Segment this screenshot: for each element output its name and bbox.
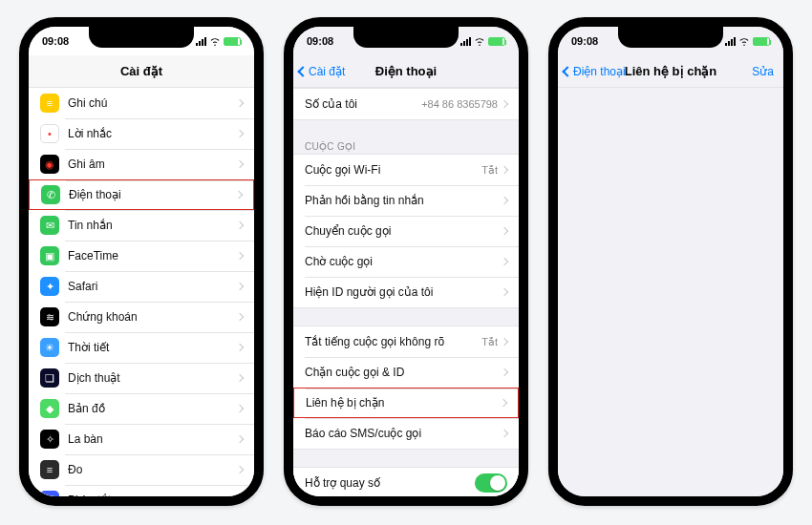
status-indicators [196, 37, 241, 46]
row-label: Hiện ID người gọi của tôi [305, 285, 502, 299]
row-label: Chờ cuộc gọi [305, 255, 502, 268]
app-icon: • [40, 124, 59, 143]
chevron-right-icon [236, 99, 244, 107]
chevron-right-icon [501, 227, 508, 235]
row-label: Báo cáo SMS/cuộc gọi [305, 427, 502, 440]
back-button[interactable]: Điện thoại [564, 55, 626, 87]
row-s-c-a-t-i[interactable]: Số của tôi+84 86 8365798 [293, 89, 519, 119]
row-value: Tắt [481, 164, 498, 177]
status-time: 09:08 [42, 35, 69, 47]
row-label: Dịch thuật [68, 371, 237, 385]
row-label: Hỗ trợ quay số [305, 476, 475, 490]
section-header-calls: CUỘC GỌI [293, 137, 519, 154]
chevron-right-icon [236, 221, 244, 229]
row-label: Phản hồi bằng tin nhắn [305, 194, 502, 207]
app-icon: ▣ [40, 246, 59, 265]
row-dial-assist[interactable]: Hỗ trợ quay số [293, 468, 519, 496]
battery-icon [488, 37, 505, 46]
page-title: Điện thoại [375, 64, 437, 78]
row-label: Liên hệ bị chặn [306, 396, 501, 410]
phone-settings: 09:08 Cài đặt ≡Ghi chú•Lời nhắc◉Ghi âm✆Đ… [19, 17, 264, 506]
chevron-right-icon [236, 130, 244, 137]
navbar: Cài đặt Điện thoại [293, 55, 519, 88]
edit-button[interactable]: Sửa [752, 55, 774, 87]
chevron-right-icon [236, 160, 244, 168]
row-li-n-h-b-ch-n[interactable]: Liên hệ bị chặn [293, 388, 519, 418]
row-label: Tin nhắn [68, 219, 237, 232]
settings-row-lời-nhắc[interactable]: •Lời nhắc [29, 118, 254, 149]
app-icon: ☀ [40, 338, 59, 357]
chevron-right-icon [236, 405, 244, 412]
notch [89, 27, 194, 48]
wifi-icon [474, 37, 485, 46]
row-label: Chặn cuộc gọi & ID [305, 366, 502, 379]
chevron-right-icon [501, 338, 508, 346]
row-value: +84 86 8365798 [421, 98, 498, 110]
chevron-right-icon [501, 100, 508, 108]
row-label: FaceTime [68, 249, 237, 262]
signal-icon [725, 37, 736, 46]
app-icon: ✉ [40, 216, 59, 235]
phone-blocked: 09:08 Điện thoại Liên hệ bị chặn Sửa [548, 17, 793, 506]
row-b-o-c-o-sms-cu-c-g-i[interactable]: Báo cáo SMS/cuộc gọi [293, 418, 519, 449]
chevron-right-icon [236, 344, 244, 351]
row-label: Ghi âm [68, 158, 237, 171]
chevron-right-icon [501, 288, 508, 296]
row-label: La bàn [68, 432, 237, 446]
settings-row-bản-đồ[interactable]: ◆Bản đồ [29, 393, 254, 424]
row-ph-n-h-i-b-ng-tin-nh-n[interactable]: Phản hồi bằng tin nhắn [293, 185, 519, 216]
app-icon: ≡ [40, 94, 59, 113]
signal-icon [460, 37, 471, 46]
chevron-right-icon [236, 313, 244, 321]
settings-row-dịch-thuật[interactable]: ❏Dịch thuật [29, 363, 254, 393]
chevron-right-icon [236, 252, 244, 260]
row-ch-cu-c-g-i[interactable]: Chờ cuộc gọi [293, 246, 519, 277]
page-title: Cài đặt [120, 64, 162, 78]
chevron-right-icon [501, 197, 508, 204]
row-label: Chuyển cuộc gọi [305, 224, 502, 238]
row-label: Chứng khoán [68, 310, 237, 324]
phone-settings-content[interactable]: Số của tôi+84 86 8365798CUỘC GỌICuộc gọi… [293, 88, 519, 496]
back-button[interactable]: Cài đặt [299, 55, 345, 87]
app-icon: ❏ [40, 368, 59, 388]
settings-row-phím-tắt[interactable]: ◫Phím tắt [29, 485, 254, 496]
settings-row-điện-thoại[interactable]: ✆Điện thoại [29, 179, 254, 210]
notch [353, 27, 459, 48]
wifi-icon [738, 37, 750, 46]
chevron-right-icon [236, 435, 244, 443]
settings-row-facetime[interactable]: ▣FaceTime [29, 241, 254, 271]
row-cu-c-g-i-wi-fi[interactable]: Cuộc gọi Wi‑FiTắt [293, 155, 519, 185]
settings-row-thời-tiết[interactable]: ☀Thời tiết [29, 332, 254, 363]
row-t-t-ti-ng-cu-c-g-i-kh-ng-r-[interactable]: Tắt tiếng cuộc gọi không rõTắt [293, 326, 519, 357]
row-label: Điện thoại [69, 188, 236, 201]
settings-row-ghi-chú[interactable]: ≡Ghi chú [29, 88, 254, 118]
settings-row-đo[interactable]: ≡Đo [29, 454, 254, 485]
row-hi-n-id-ng-i-g-i-c-a-t-i[interactable]: Hiện ID người gọi của tôi [293, 277, 519, 307]
signal-icon [196, 37, 206, 46]
app-icon: ◆ [40, 399, 59, 418]
navbar: Điện thoại Liên hệ bị chặn Sửa [558, 55, 783, 88]
settings-list[interactable]: ≡Ghi chú•Lời nhắc◉Ghi âm✆Điện thoại✉Tin … [29, 88, 254, 496]
row-label: Đo [68, 463, 237, 476]
chevron-right-icon [236, 374, 244, 382]
settings-row-chứng-khoán[interactable]: ≋Chứng khoán [29, 302, 254, 332]
chevron-right-icon [501, 368, 508, 376]
back-label: Điện thoại [573, 65, 626, 78]
chevron-right-icon [236, 283, 244, 290]
chevron-right-icon [236, 466, 244, 473]
toggle-dial-assist[interactable] [475, 473, 507, 493]
blocked-content[interactable] [558, 88, 783, 496]
row-label: Số của tôi [305, 97, 421, 111]
back-label: Cài đặt [309, 65, 345, 78]
settings-row-la-bàn[interactable]: ✧La bàn [29, 424, 254, 454]
status-time: 09:08 [307, 35, 333, 47]
battery-icon [753, 37, 770, 46]
app-icon: ◫ [40, 491, 59, 496]
row-chuy-n-cu-c-g-i[interactable]: Chuyển cuộc gọi [293, 216, 519, 246]
settings-row-tin-nhắn[interactable]: ✉Tin nhắn [29, 210, 254, 241]
row-label: Tắt tiếng cuộc gọi không rõ [305, 335, 481, 348]
app-icon: ✆ [41, 185, 60, 204]
row-ch-n-cu-c-g-i-id[interactable]: Chặn cuộc gọi & ID [293, 357, 519, 388]
settings-row-ghi-âm[interactable]: ◉Ghi âm [29, 149, 254, 179]
settings-row-safari[interactable]: ✦Safari [29, 271, 254, 302]
